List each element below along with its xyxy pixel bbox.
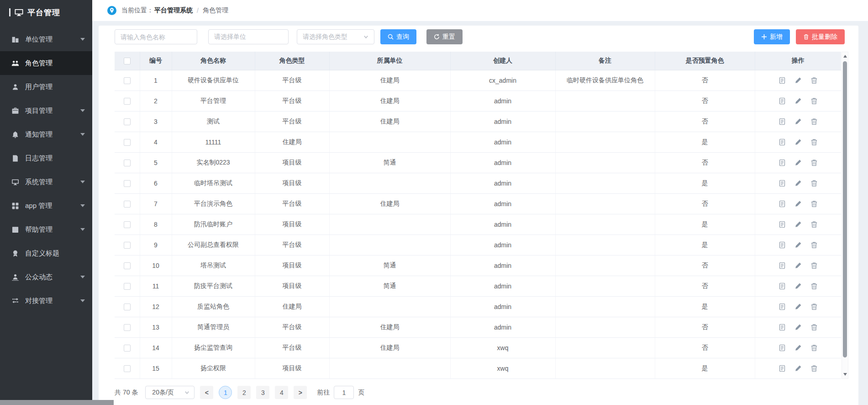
prev-page-button[interactable]: <: [200, 386, 213, 399]
batch-delete-button[interactable]: 批量删除: [796, 29, 845, 44]
delete-button[interactable]: [810, 241, 818, 249]
row-checkbox[interactable]: [124, 160, 131, 166]
search-button[interactable]: 查询: [380, 29, 416, 44]
row-checkbox[interactable]: [124, 221, 131, 228]
vertical-scrollbar[interactable]: [842, 52, 848, 379]
horizontal-scrollbar-thumb[interactable]: [0, 400, 114, 405]
sidebar-item-公众动态[interactable]: 公众动态: [0, 265, 92, 289]
sidebar-item-label: 通知管理: [25, 130, 77, 139]
select-all-checkbox[interactable]: [124, 58, 131, 64]
view-button[interactable]: [779, 324, 786, 331]
sidebar-item-帮助管理[interactable]: 帮助管理: [0, 218, 92, 241]
delete-button[interactable]: [810, 77, 818, 84]
view-button[interactable]: [779, 262, 786, 269]
delete-button[interactable]: [810, 118, 818, 125]
delete-button[interactable]: [810, 139, 818, 146]
row-checkbox[interactable]: [124, 365, 131, 372]
goto-page-input[interactable]: [334, 386, 354, 399]
delete-button[interactable]: [810, 180, 818, 187]
page-button-2[interactable]: 2: [237, 386, 251, 399]
edit-button[interactable]: [794, 200, 802, 208]
row-checkbox[interactable]: [124, 345, 131, 352]
delete-button[interactable]: [810, 200, 818, 208]
edit-button[interactable]: [794, 159, 802, 166]
view-button[interactable]: [779, 97, 786, 105]
checkbox-cell: [115, 70, 140, 91]
sidebar-item-角色管理[interactable]: 角色管理: [0, 51, 92, 75]
goto-suffix: 页: [358, 389, 364, 397]
view-button[interactable]: [779, 365, 786, 372]
edit-button[interactable]: [794, 365, 802, 372]
sidebar-item-对接管理[interactable]: 对接管理: [0, 289, 92, 313]
row-checkbox[interactable]: [124, 242, 131, 249]
delete-button[interactable]: [810, 159, 818, 166]
sidebar-item-通知管理[interactable]: 通知管理: [0, 123, 92, 146]
edit-button[interactable]: [794, 282, 802, 290]
view-button[interactable]: [779, 303, 786, 310]
delete-button[interactable]: [810, 282, 818, 290]
sidebar-item-系统管理[interactable]: 系统管理: [0, 170, 92, 194]
cell-preset: 否: [655, 111, 755, 132]
edit-button[interactable]: [794, 118, 802, 125]
scroll-down-arrow-icon[interactable]: [843, 373, 847, 376]
page-size-select[interactable]: 20条/页: [145, 386, 195, 399]
scrollbar-thumb[interactable]: [843, 61, 847, 357]
page-button-3[interactable]: 3: [256, 386, 269, 399]
row-checkbox[interactable]: [124, 118, 131, 125]
edit-button[interactable]: [794, 324, 802, 331]
sidebar-item-单位管理[interactable]: 单位管理: [0, 27, 92, 51]
scroll-up-arrow-icon[interactable]: [843, 55, 847, 58]
edit-button[interactable]: [794, 139, 802, 146]
edit-button[interactable]: [794, 303, 802, 310]
row-checkbox[interactable]: [124, 324, 131, 331]
delete-button[interactable]: [810, 344, 818, 352]
view-button[interactable]: [779, 200, 786, 208]
edit-button[interactable]: [794, 97, 802, 105]
edit-button[interactable]: [794, 241, 802, 249]
edit-button[interactable]: [794, 180, 802, 187]
page-button-4[interactable]: 4: [275, 386, 288, 399]
sidebar-item-用户管理[interactable]: 用户管理: [0, 75, 92, 99]
delete-button[interactable]: [810, 221, 818, 228]
sidebar-item-label: 用户管理: [25, 83, 85, 91]
delete-button[interactable]: [810, 262, 818, 269]
header-checkbox-cell: [115, 52, 140, 70]
edit-button[interactable]: [794, 344, 802, 352]
sidebar-item-自定义标题[interactable]: 自定义标题: [0, 241, 92, 265]
view-button[interactable]: [779, 180, 786, 187]
delete-button[interactable]: [810, 97, 818, 105]
row-checkbox[interactable]: [124, 201, 131, 208]
edit-button[interactable]: [794, 221, 802, 228]
view-button[interactable]: [779, 139, 786, 146]
row-checkbox[interactable]: [124, 139, 131, 146]
view-button[interactable]: [779, 118, 786, 125]
row-checkbox[interactable]: [124, 283, 131, 290]
view-button[interactable]: [779, 241, 786, 249]
row-checkbox[interactable]: [124, 98, 131, 105]
delete-button[interactable]: [810, 303, 818, 310]
sidebar-item-日志管理[interactable]: 日志管理: [0, 146, 92, 170]
row-checkbox[interactable]: [124, 304, 131, 310]
unit-select[interactable]: 请选择单位: [208, 29, 289, 44]
view-button[interactable]: [779, 282, 786, 290]
view-button[interactable]: [779, 344, 786, 352]
breadcrumb-root[interactable]: 平台管理系统: [154, 6, 193, 15]
delete-button[interactable]: [810, 324, 818, 331]
view-button[interactable]: [779, 77, 786, 84]
page-button-1[interactable]: 1: [219, 386, 232, 399]
role-name-input[interactable]: [115, 29, 197, 44]
row-checkbox[interactable]: [124, 77, 131, 84]
view-button[interactable]: [779, 221, 786, 228]
reset-button[interactable]: 重置: [426, 29, 463, 44]
delete-button[interactable]: [810, 365, 818, 372]
add-button[interactable]: 新增: [754, 29, 790, 44]
role-type-select[interactable]: 请选择角色类型: [297, 29, 374, 44]
edit-button[interactable]: [794, 262, 802, 269]
edit-button[interactable]: [794, 77, 802, 84]
next-page-button[interactable]: >: [294, 386, 307, 399]
sidebar-item-app 管理[interactable]: app 管理: [0, 194, 92, 218]
view-button[interactable]: [779, 159, 786, 166]
sidebar-item-项目管理[interactable]: 项目管理: [0, 99, 92, 123]
row-checkbox[interactable]: [124, 262, 131, 269]
row-checkbox[interactable]: [124, 180, 131, 187]
